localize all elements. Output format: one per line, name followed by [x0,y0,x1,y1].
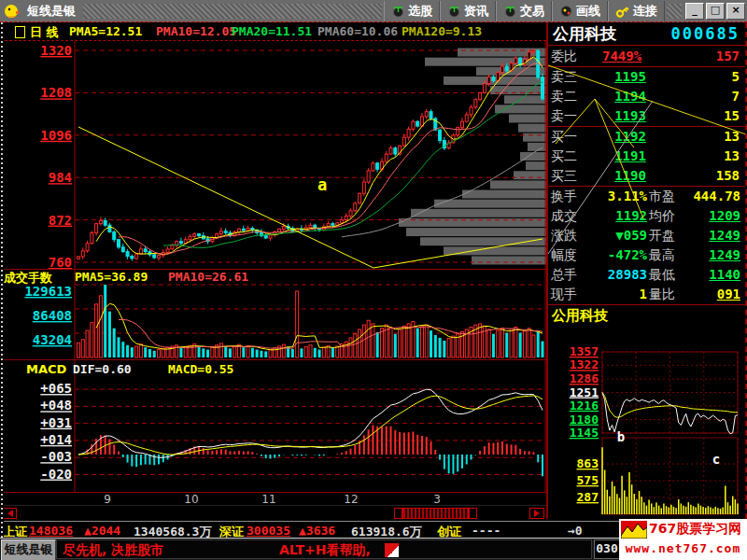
ask-price[interactable]: 1194 [606,87,655,106]
draw-line-icon [559,4,573,18]
stat-value: 1209 [709,206,740,226]
toolbar-button-stock-pick[interactable]: 选股 [384,1,440,21]
volume-pma5: PMA5=36.89 [75,270,148,284]
svg-text:1145: 1145 [570,426,599,440]
sprout-globe-icon [391,4,405,18]
stat-label: 开盘 [649,226,675,245]
minimize-button[interactable]: _ [685,3,704,20]
daily-chart-header: 日 线 PMA5=12.51 PMA10=12.05 PMA20=11.51 P… [0,22,546,41]
weibi-label: 委比 [551,46,577,66]
quote-header[interactable]: 公用科技 000685 [548,22,745,46]
pma20-value: PMA20=11.51 [232,24,312,38]
chart-period-label[interactable]: 日 线 [30,24,59,41]
mini-chart-title[interactable]: 公用科技 [548,305,745,326]
svg-text:+048: +048 [40,398,72,413]
toolbar-button-connect[interactable]: 连接 [608,1,665,21]
scroll-right-arrow[interactable] [529,508,544,519]
stat-value: 1 [591,285,647,304]
intraday-mini-chart[interactable]: 1357132212861251121611801145863575287bc [548,326,745,524]
bid-price[interactable]: 1191 [606,147,655,166]
ask-qty: 15 [724,106,740,126]
app-window: 短线是银 选股 资讯 交易 画线 连接 _ □ × 日 线 PMA5=12.51 [0,0,747,560]
stock-code: 000685 [671,24,740,43]
bid-price[interactable]: 1190 [606,166,655,186]
ask-label: 卖三 [551,67,577,87]
taskbar-app-button[interactable]: 短线是银 [1,539,56,560]
sprout-globe-icon [503,4,517,18]
help-flag-icon[interactable] [384,542,400,558]
watermark-logo[interactable]: 767股票学习网 www.net767.com [619,519,747,560]
bid-price[interactable]: 1192 [606,127,655,147]
stat-label: 总手 [551,265,577,285]
toolbar-button-label: 画线 [576,3,600,20]
input-code-box[interactable]: 030 [594,539,620,559]
svg-text:1251: 1251 [570,385,599,399]
svg-text:1096: 1096 [40,128,72,143]
macd-chart[interactable]: +065+048+031+014-003-020 [0,359,546,493]
bid-label: 买三 [551,166,577,186]
ask-ladder: 卖三 1195 5 卖二 1194 7 卖一 1193 15 [548,67,745,127]
stat-label: 均价 [649,206,675,226]
svg-text:1357: 1357 [570,344,599,358]
ask-row-3: 卖三 1195 5 [548,67,745,87]
stat-row-amplitude: 幅度 -472% 最高 1249 [548,245,745,265]
mountain-icon [621,521,647,539]
svg-text:575: 575 [577,473,599,487]
toolbar-button-label: 资讯 [464,3,488,20]
left-arrow-icon [4,510,13,517]
sh-index-change: ▲2044 [84,524,120,538]
stat-row-change: 涨跌 ▼059 开盘 1249 [548,226,745,245]
stat-value: -472% [591,245,647,265]
scroll-thumb[interactable] [402,508,469,519]
svg-text:-003: -003 [40,449,72,464]
scroll-bracket-right[interactable] [469,508,477,519]
svg-text:984: 984 [49,170,72,185]
pma5-value: PMA5=12.51 [69,24,142,38]
sz-index-value: 300035 [247,524,290,538]
weibi-value: 7449% [602,46,641,66]
ask-price[interactable]: 1195 [606,67,655,87]
title-bar[interactable]: 短线是银 选股 资讯 交易 画线 连接 _ □ × [0,0,747,22]
svg-text:+014: +014 [40,432,72,447]
svg-text:1208: 1208 [40,85,72,100]
pma60-value: PMA60=10.06 [317,24,398,38]
key-icon [615,4,630,18]
maximize-button[interactable]: □ [706,3,725,20]
stat-label: 最高 [649,245,675,265]
ask-qty: 5 [732,67,740,87]
quote-panel: 公用科技 000685 委比 7449% 157 卖三 1195 5 卖二 11… [546,22,747,519]
period-doc-icon [15,26,25,38]
ask-row-2: 卖二 1194 7 [548,87,745,106]
x-axis-tick: 3 [433,493,441,506]
stat-row-last: 成交 1192 均价 1209 [548,206,745,226]
sz-index-change: ▲3636 [299,524,335,538]
status-arrow: →0 [568,524,583,538]
index-status-bar: 上证 148036 ▲2044 1340568.3万 深证 300035 ▲36… [0,521,619,538]
dif-value: DIF=0.60 [73,362,132,376]
horizontal-scrollbar[interactable] [0,505,546,522]
stat-value: 1249 [709,245,740,265]
ask-price[interactable]: 1193 [606,106,655,126]
weibi-diff: 157 [716,46,740,66]
titlebar-drag-area [83,4,382,19]
svg-text:86408: 86408 [33,308,72,323]
titlebar-drag-area [667,4,682,19]
toolbar-button-draw-line[interactable]: 画线 [552,1,608,21]
sprout-globe-icon [447,4,461,18]
scroll-bracket-left[interactable] [394,508,402,519]
scroll-left-arrow[interactable] [2,508,17,519]
svg-text:a: a [317,175,327,194]
toolbar-button-label: 选股 [408,3,432,20]
svg-text:287: 287 [577,490,599,504]
x-axis-tick: 11 [261,493,275,506]
x-axis-tick: 12 [344,493,358,506]
stock-name: 公用科技 [553,23,616,45]
ask-qty: 7 [732,87,740,106]
taskbar-message-panel: 尽先机, 决胜股市 ALT+H看帮助, [56,539,592,559]
toolbar-button-trade[interactable]: 交易 [496,1,552,21]
close-button[interactable]: × [726,3,745,20]
toolbar-button-news[interactable]: 资讯 [440,1,496,21]
ask-label: 卖一 [551,106,577,126]
stat-value: 1249 [709,226,740,245]
daily-candlestick-chart[interactable]: 132012081096984872760a [0,41,546,269]
